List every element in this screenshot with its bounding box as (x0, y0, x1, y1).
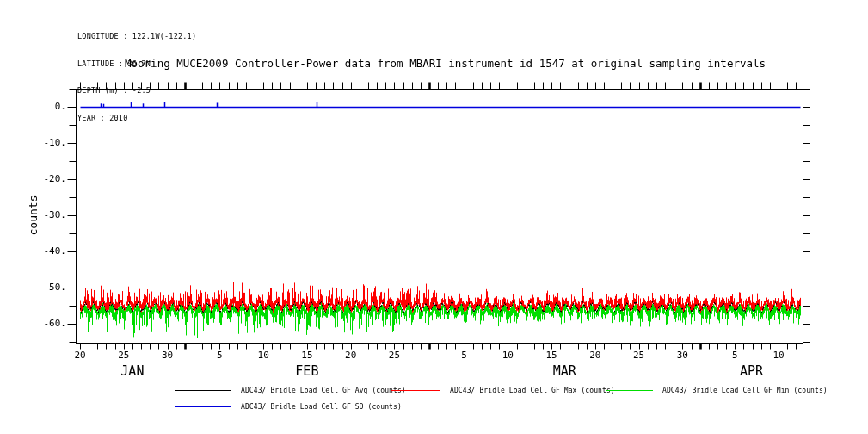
y-tick-label: -60. (27, 319, 66, 329)
x-tick-label: 10 (493, 350, 522, 361)
legend-label-min: ADC43/ Bridle Load Cell GF Min (counts) (662, 387, 828, 394)
y-tick-label: -40. (27, 246, 66, 257)
x-tick-label: 5 (205, 350, 234, 361)
legend-item-min: ADC43/ Bridle Load Cell GF Min (counts) (606, 386, 828, 394)
x-tick-label: 5 (720, 350, 749, 361)
month-label-apr: APR (722, 364, 782, 378)
x-tick-label: 20 (65, 350, 95, 361)
month-label-feb: FEB (277, 364, 337, 378)
metadata-depth: DEPTH (m) : -2.5 (77, 86, 196, 96)
y-tick-label: -10. (27, 138, 66, 148)
x-tick-label: 25 (109, 350, 139, 361)
legend-line-min (606, 390, 653, 391)
x-tick-label: 5 (450, 350, 479, 361)
y-tick-label: -20. (27, 174, 66, 184)
month-label-jan: JAN (102, 364, 163, 378)
x-tick-label: 10 (249, 350, 278, 361)
y-tick-label: -30. (27, 210, 66, 220)
y-tick-label: -50. (27, 282, 66, 293)
legend-line-max (391, 390, 440, 391)
month-label-mar: MAR (534, 364, 594, 378)
metadata-longitude: LONGITUDE : 122.1W(-122.1) (77, 32, 196, 41)
metadata-year: YEAR : 2010 (77, 114, 196, 123)
legend-line-avg (175, 390, 231, 391)
legend-item-avg: ADC43/ Bridle Load Cell GF Avg (counts) (175, 386, 406, 394)
x-tick-label: 25 (379, 350, 409, 361)
x-tick-label: 10 (764, 350, 793, 361)
legend-item-sd: ADC43/ Bridle Load Cell GF SD (counts) (175, 402, 402, 411)
x-tick-label: 25 (625, 350, 654, 361)
legend-label-max: ADC43/ Bridle Load Cell GF Max (counts) (450, 387, 615, 394)
x-tick-label: 30 (153, 350, 182, 361)
legend-line-sd (175, 406, 231, 407)
x-tick-label: 15 (292, 350, 322, 361)
plot-figure: LONGITUDE : 122.1W(-122.1) LATITUDE : 36… (0, 0, 868, 434)
x-tick-label: 15 (537, 350, 566, 361)
legend-item-max: ADC43/ Bridle Load Cell GF Max (counts) (391, 386, 615, 394)
x-tick-label: 30 (668, 350, 697, 361)
y-tick-label: 0. (27, 102, 66, 112)
x-tick-label: 20 (581, 350, 610, 361)
legend-label-avg: ADC43/ Bridle Load Cell GF Avg (counts) (241, 387, 406, 394)
x-tick-label: 20 (336, 350, 366, 361)
chart-title: Mooring MUCE2009 Controller-Power data f… (125, 57, 766, 70)
legend-label-sd: ADC43/ Bridle Load Cell GF SD (counts) (241, 403, 402, 411)
metadata-block: LONGITUDE : 122.1W(-122.1) LATITUDE : 36… (77, 14, 196, 140)
